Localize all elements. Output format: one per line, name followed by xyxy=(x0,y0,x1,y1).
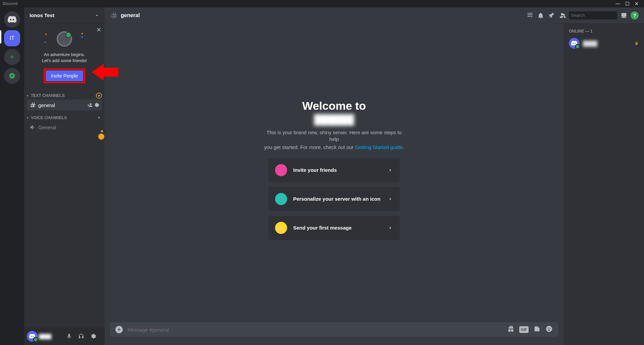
app-name: Discord xyxy=(3,1,18,6)
threads-button[interactable] xyxy=(526,11,534,19)
window-minimize[interactable]: — xyxy=(613,1,623,6)
collapse-icon: ▾ xyxy=(27,116,30,119)
card-label: Personalize your server with an icon xyxy=(293,196,388,202)
annotation-highlight: Invite People xyxy=(44,68,86,83)
member-avatar xyxy=(569,38,580,49)
deafen-button[interactable] xyxy=(76,331,87,342)
window-close[interactable]: ✕ xyxy=(632,1,641,6)
channel-header: general ? xyxy=(105,7,644,23)
channel-settings-icon[interactable] xyxy=(94,102,99,108)
welcome-subtitle-1: This is your brand new, shiny server. He… xyxy=(264,129,405,143)
notification-badge xyxy=(97,133,105,141)
people-icon xyxy=(558,12,566,19)
headset-icon xyxy=(78,333,84,339)
member-list: ONLINE — 1 ████ ♛ xyxy=(564,23,644,345)
selected-server-pill xyxy=(0,30,1,44)
attach-button[interactable]: + xyxy=(115,326,123,333)
inbox-icon xyxy=(620,12,628,19)
category-label: VOICE CHANNELS xyxy=(31,115,67,120)
avatar-placeholder-icon xyxy=(57,31,72,47)
chevron-right-icon xyxy=(388,225,393,231)
close-icon[interactable]: ✕ xyxy=(96,26,101,34)
user-name[interactable]: ████ xyxy=(39,334,62,339)
category-label: TEXT CHANNELS xyxy=(31,93,65,98)
help-button[interactable]: ? xyxy=(631,11,639,19)
inbox-button[interactable] xyxy=(620,11,628,19)
sticker-icon xyxy=(533,325,541,333)
collapse-icon: ▾ xyxy=(27,94,30,97)
invite-friends-icon xyxy=(275,164,287,176)
member-name: ████ xyxy=(583,41,635,46)
channel-general[interactable]: general xyxy=(27,100,102,110)
notifications-button[interactable] xyxy=(537,11,545,19)
create-channel-button[interactable]: + xyxy=(96,115,102,121)
mic-icon xyxy=(66,333,72,339)
sticker-button[interactable] xyxy=(533,325,541,334)
voice-channel-general[interactable]: General xyxy=(27,122,102,133)
discord-icon xyxy=(29,333,36,340)
invite-card-text-1: An adventure begins. xyxy=(30,52,99,58)
server-ionos-test[interactable]: IT xyxy=(4,30,20,46)
explore-servers-button[interactable] xyxy=(4,68,20,84)
chevron-right-icon xyxy=(388,196,393,202)
smile-icon xyxy=(545,325,553,333)
server-header[interactable]: Ionos Test xyxy=(24,7,105,23)
pinned-button[interactable] xyxy=(547,11,555,19)
card-label: Send your first message xyxy=(293,225,388,231)
welcome-server-name: ██████ xyxy=(314,114,354,125)
channel-label: general xyxy=(38,102,86,108)
owner-crown-icon: ♛ xyxy=(635,41,639,46)
personalize-icon xyxy=(275,193,287,205)
compass-icon xyxy=(9,72,15,79)
invite-people-button[interactable]: Invite People xyxy=(46,70,84,81)
voice-channels-category[interactable]: ▾ VOICE CHANNELS + xyxy=(24,111,105,121)
welcome-screen: Welcome to ██████ This is your brand new… xyxy=(105,23,564,322)
invite-icon[interactable] xyxy=(87,102,93,108)
card-personalize-server[interactable]: Personalize your server with an icon xyxy=(268,187,400,211)
mute-button[interactable] xyxy=(64,331,74,342)
channel-sidebar: Ionos Test ✕ An adventure begins. Let's … xyxy=(24,7,105,345)
search-bar[interactable] xyxy=(569,11,617,19)
invite-card-text-2: Let's add some friends! xyxy=(30,58,99,64)
chevron-down-icon xyxy=(95,13,99,18)
speaker-icon xyxy=(30,124,36,131)
window-maximize[interactable]: ☐ xyxy=(623,1,632,6)
gift-button[interactable] xyxy=(507,325,515,334)
member-list-button[interactable] xyxy=(558,11,566,19)
chevron-right-icon xyxy=(388,167,393,173)
text-channels-category[interactable]: ▾ TEXT CHANNELS + xyxy=(24,89,105,99)
pin-icon xyxy=(548,12,555,19)
channel-label: General xyxy=(38,125,56,130)
discord-icon xyxy=(7,15,17,24)
online-header: ONLINE — 1 xyxy=(566,29,641,36)
add-server-button[interactable]: + xyxy=(4,49,20,65)
titlebar: Discord — ☐ ✕ xyxy=(0,0,644,7)
gear-icon xyxy=(90,333,96,339)
server-name: Ionos Test xyxy=(30,12,54,18)
hash-icon xyxy=(30,102,36,108)
card-invite-friends[interactable]: Invite your friends xyxy=(268,158,400,182)
member-row[interactable]: ████ ♛ xyxy=(566,36,641,50)
user-panel: ████ xyxy=(24,328,105,345)
gif-button[interactable]: GIF xyxy=(519,326,529,333)
home-button[interactable] xyxy=(4,11,20,28)
chat-area: Welcome to ██████ This is your brand new… xyxy=(105,23,564,345)
channel-title: general xyxy=(121,12,140,18)
create-channel-button[interactable]: + xyxy=(96,93,102,99)
threads-icon xyxy=(526,12,534,19)
user-settings-button[interactable] xyxy=(88,331,99,342)
message-input[interactable] xyxy=(127,327,502,333)
invite-card-art xyxy=(30,29,99,49)
getting-started-link[interactable]: Getting Started guide xyxy=(355,144,403,150)
gift-icon xyxy=(507,325,515,333)
main-area: general ? Welcome to ██████ This is your… xyxy=(105,7,644,345)
card-first-message[interactable]: Send your first message xyxy=(268,216,400,240)
message-composer[interactable]: + GIF xyxy=(110,322,558,337)
server-rail: IT + xyxy=(0,7,24,345)
user-avatar[interactable] xyxy=(27,331,38,342)
discord-icon xyxy=(571,40,578,47)
emoji-button[interactable] xyxy=(545,325,553,334)
card-label: Invite your friends xyxy=(293,167,388,173)
search-input[interactable] xyxy=(571,13,627,18)
first-message-icon xyxy=(275,222,287,234)
